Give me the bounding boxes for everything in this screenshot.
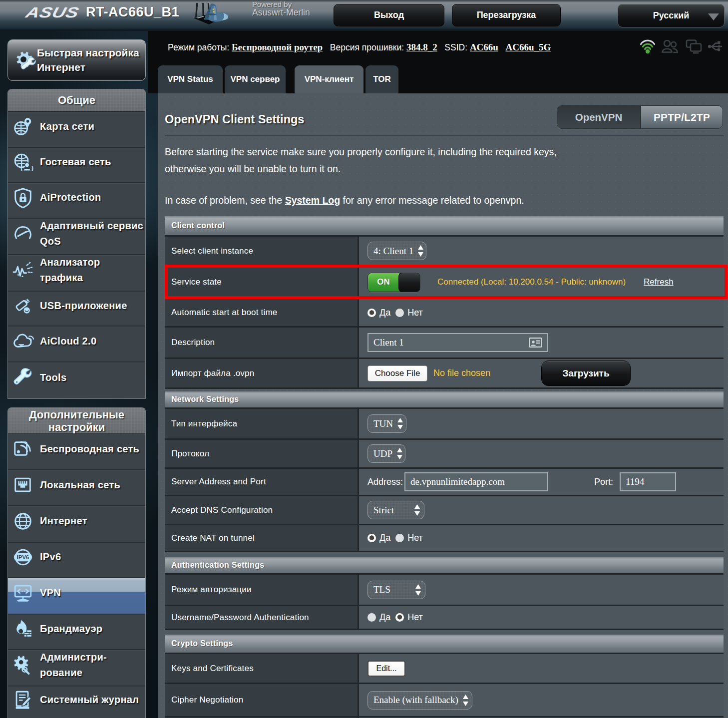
svg-text:IPV6: IPV6 xyxy=(17,554,29,560)
svg-text:ASUS: ASUS xyxy=(23,6,81,19)
